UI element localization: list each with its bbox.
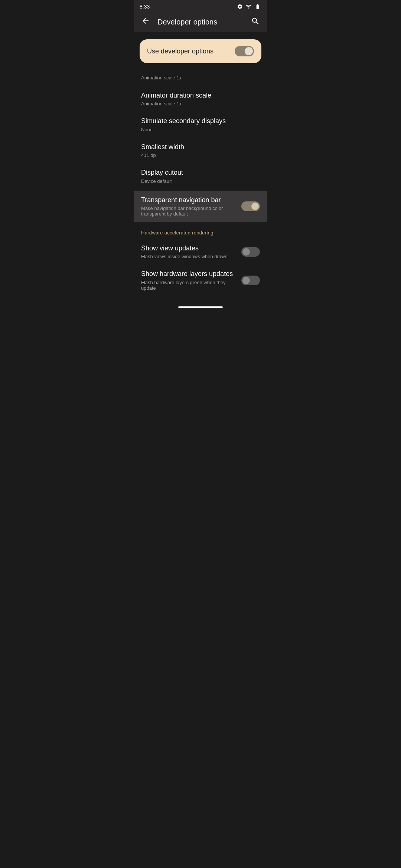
simulate-secondary-title: Simulate secondary displays (141, 117, 260, 125)
dev-options-label: Use developer options (147, 47, 213, 55)
search-button[interactable] (250, 15, 261, 29)
transparent-nav-subtitle: Make navigation bar background color tra… (141, 206, 237, 217)
transparent-nav-toggle[interactable] (241, 201, 260, 211)
show-view-updates-row: Show view updates Flash views inside win… (141, 244, 260, 259)
display-cutout-subtitle: Device default (141, 178, 260, 184)
show-hardware-layers-toggle[interactable] (241, 276, 260, 285)
dev-options-card[interactable]: Use developer options (140, 39, 261, 63)
smallest-width-title: Smallest width (141, 143, 260, 151)
show-hardware-layers-subtitle: Flash hardware layers green when they up… (141, 280, 237, 291)
animation-scale-text: Animation scale 1x (141, 75, 182, 80)
animation-scale-subtitle[interactable]: Animation scale 1x (134, 69, 267, 86)
dev-options-toggle[interactable] (235, 46, 254, 56)
status-icons (237, 4, 261, 10)
transparent-nav-toggle-slider (241, 201, 260, 211)
show-hardware-layers-title: Show hardware layers updates (141, 270, 237, 278)
show-hardware-layers-toggle-slider (241, 276, 260, 285)
display-cutout-title: Display cutout (141, 168, 260, 177)
transparent-nav-title: Transparent navigation bar (141, 196, 237, 204)
section-hardware-accelerated-label: Hardware accelerated rendering (141, 230, 213, 236)
smallest-width-subtitle: 411 dp (141, 152, 260, 158)
setting-item-smallest-width[interactable]: Smallest width 411 dp (134, 138, 267, 163)
setting-item-show-view-updates[interactable]: Show view updates Flash views inside win… (134, 239, 267, 264)
wifi-icon (245, 4, 252, 10)
show-view-updates-subtitle: Flash views inside windows when drawn (141, 254, 237, 259)
setting-item-show-hardware-layers[interactable]: Show hardware layers updates Flash hardw… (134, 264, 267, 296)
status-time: 8:33 (140, 4, 150, 10)
setting-item-transparent-nav[interactable]: Transparent navigation bar Make navigati… (134, 191, 267, 222)
show-view-updates-toggle[interactable] (241, 247, 260, 257)
nav-indicator (178, 306, 223, 308)
setting-item-display-cutout[interactable]: Display cutout Device default (134, 163, 267, 189)
show-view-updates-toggle-slider (241, 247, 260, 257)
gear-icon (237, 4, 243, 10)
page-title: Developer options (157, 18, 244, 26)
nav-bar (134, 303, 267, 309)
section-hardware-accelerated: Hardware accelerated rendering (134, 223, 267, 239)
show-view-updates-title: Show view updates (141, 244, 237, 253)
top-bar: Developer options (134, 12, 267, 32)
show-hardware-layers-row: Show hardware layers updates Flash hardw… (141, 270, 260, 290)
toggle-slider (235, 46, 254, 56)
animator-duration-title: Animator duration scale (141, 91, 260, 100)
status-bar: 8:33 (134, 0, 267, 12)
battery-icon (254, 4, 261, 10)
simulate-secondary-subtitle: None (141, 127, 260, 132)
back-button[interactable] (140, 15, 151, 29)
main-content: Use developer options Animation scale 1x… (134, 32, 267, 300)
setting-item-simulate-secondary[interactable]: Simulate secondary displays None (134, 112, 267, 137)
transparent-nav-row: Transparent navigation bar Make navigati… (141, 196, 260, 217)
animator-duration-subtitle: Animation scale 1x (141, 101, 260, 106)
setting-item-animator-duration-scale[interactable]: Animator duration scale Animation scale … (134, 86, 267, 112)
